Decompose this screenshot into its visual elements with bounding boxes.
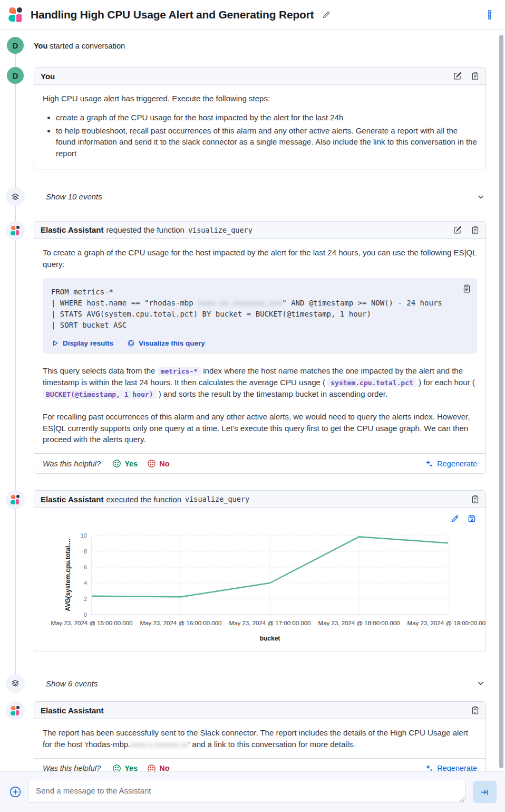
regenerate-button[interactable]: Regenerate <box>425 764 477 771</box>
request-explanation-1: This query selects data from the metrics… <box>43 365 477 400</box>
x-axis-label: bucket <box>260 635 280 642</box>
copy-clipboard-icon <box>471 72 479 80</box>
layers-icon <box>11 679 20 687</box>
redacted-hostname: xxxx.x.xxxxxx.xx <box>130 740 188 749</box>
copy-message-button[interactable] <box>471 495 479 503</box>
smiley-face-icon <box>112 764 121 771</box>
expand-events-button[interactable] <box>475 192 486 202</box>
svg-text:10: 10 <box>81 532 87 539</box>
message-composer <box>0 771 505 812</box>
inline-code: BUCKET(@timestamp, 1 hour) <box>43 390 157 399</box>
play-icon <box>51 339 59 347</box>
inline-code: system.cpu.total.pct <box>327 378 416 387</box>
svg-text:0: 0 <box>84 612 87 618</box>
copy-message-button[interactable] <box>471 226 479 234</box>
expand-events-button[interactable] <box>475 678 486 689</box>
copy-clipboard-icon <box>471 495 479 503</box>
edit-visualization-button[interactable] <box>451 514 459 523</box>
plus-circle-icon <box>9 786 21 798</box>
user-message-header: You <box>34 68 485 85</box>
smiley-face-icon <box>112 459 121 468</box>
cpu-usage-line-chart: AVG(system.cpu.total.... <box>43 529 486 644</box>
svg-text:6: 6 <box>84 564 87 570</box>
edit-title-icon[interactable] <box>322 11 331 19</box>
feedback-question: Was this helpful? <box>43 764 101 771</box>
assistant-conversation-window: Handling High CPU Usage Alert and Genera… <box>0 0 505 812</box>
chart-container: AVG(system.cpu.total.... <box>34 508 485 652</box>
edit-pencil-icon <box>453 72 462 80</box>
display-results-button[interactable]: Display results <box>51 339 113 347</box>
regenerate-button[interactable]: Regenerate <box>425 460 477 468</box>
add-attachment-button[interactable] <box>9 786 21 798</box>
feedback-no-button[interactable]: No <box>147 764 169 771</box>
svg-text:May 23, 2024 @ 17:00:00.000: May 23, 2024 @ 17:00:00.000 <box>229 620 311 626</box>
assistant-final-header: Elastic Assistant <box>34 702 485 719</box>
kebab-menu-icon <box>486 10 493 20</box>
copy-code-button[interactable] <box>463 284 471 293</box>
pencil-icon <box>451 514 459 523</box>
feedback-question: Was this helpful? <box>43 460 101 468</box>
copy-message-button[interactable] <box>471 72 479 80</box>
assistant-final-row: Elastic Assistant The report has been su… <box>0 701 505 771</box>
visualize-query-button[interactable]: Visualize this query <box>127 339 205 347</box>
assistant-request-body: To create a graph of the CPU usage for t… <box>34 239 485 453</box>
message-input[interactable] <box>28 779 466 803</box>
message-author: Elastic Assistant <box>41 225 104 234</box>
x-tick-labels: May 23, 2024 @ 15:00:00.000 May 23, 2024… <box>51 620 486 626</box>
chevron-down-icon <box>477 193 485 201</box>
user-avatar: D <box>7 67 24 84</box>
save-visualization-button[interactable] <box>468 514 476 523</box>
avatar-initial: D <box>13 41 18 50</box>
conversation-start-row: D You started a conversation <box>0 37 505 54</box>
save-icon <box>468 514 476 523</box>
layers-icon-circle <box>6 674 25 693</box>
events-toggle-label: Show 10 events <box>46 192 475 201</box>
message-bullets: create a graph of the CPU usage for the … <box>56 112 477 159</box>
feedback-bar: Was this helpful? Yes No Regenerate <box>34 758 485 771</box>
edit-message-button[interactable] <box>453 72 462 80</box>
feedback-yes-button[interactable]: Yes <box>112 764 138 771</box>
bullet-item: to help troubleshoot, recall past occurr… <box>56 125 477 159</box>
conversation-start-text: You started a conversation <box>34 41 125 50</box>
send-message-button[interactable] <box>473 781 497 803</box>
v-gridlines <box>181 536 448 615</box>
request-intro: To create a graph of the CPU usage for t… <box>43 247 477 270</box>
svg-text:8: 8 <box>84 548 87 555</box>
assistant-request-panel: Elastic Assistant requested the function… <box>34 221 486 474</box>
assistant-final-panel: Elastic Assistant The report has been su… <box>34 701 486 771</box>
feedback-bar: Was this helpful? Yes No Regenerate <box>34 453 485 473</box>
svg-text:4: 4 <box>84 580 87 586</box>
assistant-final-body: The report has been successfully sent to… <box>34 719 485 758</box>
svg-text:2: 2 <box>84 596 87 602</box>
assistant-avatar <box>6 221 25 240</box>
esql-code-block: FROM metrics-* | WHERE host.name == "rho… <box>43 278 477 354</box>
assistant-request-row: Elastic Assistant requested the function… <box>0 221 505 474</box>
layers-icon-circle <box>6 187 25 206</box>
edit-message-button[interactable] <box>453 226 462 234</box>
elastic-logo-icon <box>8 7 23 22</box>
y-axis-label: AVG(system.cpu.total.... <box>64 539 72 611</box>
svg-text:May 23, 2024 @ 15:00:00.000: May 23, 2024 @ 15:00:00.000 <box>51 620 133 626</box>
events-toggle-row[interactable]: Show 6 events <box>0 674 505 693</box>
edit-pencil-icon <box>453 226 462 234</box>
redacted-hostname: xxxx.xx.xxxxxxx.xxx <box>198 299 282 307</box>
feedback-no-button[interactable]: No <box>147 459 169 468</box>
assistant-request-header: Elastic Assistant requested the function… <box>34 222 485 239</box>
frown-face-icon <box>147 764 156 771</box>
user-avatar: D <box>7 37 24 54</box>
elastic-logo-icon <box>11 495 20 504</box>
message-author: Elastic Assistant <box>41 495 104 504</box>
user-message-row: D You High CPU usage alert has triggered… <box>0 67 505 169</box>
conversation-menu-button[interactable] <box>484 8 496 22</box>
events-toggle-row[interactable]: Show 10 events <box>0 187 505 206</box>
copy-message-button[interactable] <box>471 706 479 714</box>
conversation-title: Handling High CPU Usage Alert and Genera… <box>31 8 314 21</box>
message-intro: High CPU usage alert has triggered. Exec… <box>43 93 477 104</box>
frown-face-icon <box>147 459 156 468</box>
svg-text:May 23, 2024 @ 19:00:00.000: May 23, 2024 @ 19:00:00.000 <box>407 620 486 626</box>
conversation-scroll-area: D You started a conversation D You <box>0 30 505 771</box>
sparkles-icon <box>425 460 433 468</box>
feedback-yes-button[interactable]: Yes <box>112 459 138 468</box>
esql-query-text: FROM metrics-* | WHERE host.name == "rho… <box>51 286 469 331</box>
lens-icon <box>127 339 135 347</box>
